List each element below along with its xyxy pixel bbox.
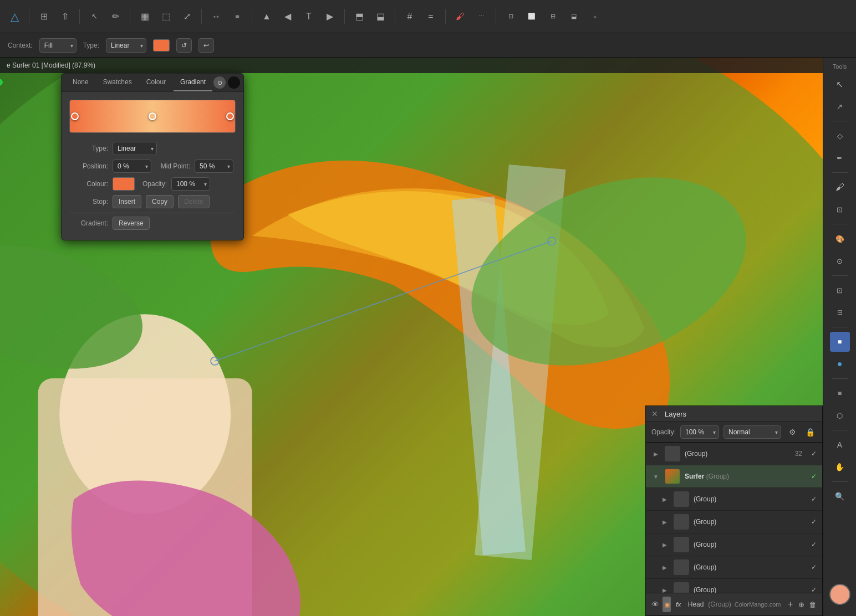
- hand-tool-btn[interactable]: ✋: [830, 457, 850, 477]
- tab-gradient[interactable]: Gradient: [174, 74, 212, 91]
- pixel2-tool-btn[interactable]: ⊡: [830, 199, 850, 219]
- layers-footer-thumb-btn[interactable]: ▣: [663, 597, 671, 612]
- layers-close-btn[interactable]: ✕: [651, 409, 658, 418]
- pen-btn[interactable]: ✏: [106, 8, 124, 25]
- layers-settings-btn[interactable]: ⚙: [786, 425, 799, 439]
- pointer-btn[interactable]: ↖: [85, 8, 103, 25]
- more-icon-btn[interactable]: »: [586, 8, 604, 25]
- mask-btn[interactable]: ⬓: [371, 8, 389, 25]
- layer-check-2[interactable]: ✓: [811, 518, 817, 526]
- delete-btn[interactable]: Delete: [178, 195, 210, 208]
- pointer2-tool-btn[interactable]: ↗: [830, 96, 850, 116]
- layer-item-1[interactable]: ▶ (Group) ✓: [646, 488, 822, 511]
- select-btn[interactable]: ⬚: [157, 8, 175, 25]
- layer-expand-5[interactable]: ▶: [660, 586, 669, 593]
- layer-item-2[interactable]: ▶ (Group) ✓: [646, 511, 822, 533]
- node-tool-btn[interactable]: ◇: [830, 126, 850, 146]
- paint-tool-btn[interactable]: 🖌: [830, 177, 850, 197]
- layer-check-4[interactable]: ✓: [811, 563, 817, 571]
- maximize-window-btn[interactable]: [0, 79, 3, 86]
- transform-btn[interactable]: ⤢: [178, 8, 196, 25]
- layer-expand-3[interactable]: ▶: [660, 540, 669, 549]
- align-btn[interactable]: ≡: [228, 8, 246, 25]
- toolbar-icon-c[interactable]: ⊟: [544, 8, 562, 25]
- opacity-select[interactable]: 100 % 75 % 50 % 25 % 0 %: [171, 177, 210, 191]
- layer-expand-icon[interactable]: ▶: [651, 449, 660, 458]
- undo-btn[interactable]: ↩: [198, 38, 214, 53]
- type-tool-btn[interactable]: A: [830, 435, 850, 455]
- context-select[interactable]: Fill Stroke: [39, 38, 77, 53]
- layer-expand-4[interactable]: ▶: [660, 563, 669, 572]
- crop2-tool-btn[interactable]: ⊟: [830, 302, 850, 322]
- gradient-type-select[interactable]: Linear Radial Conical Bitmap: [113, 142, 157, 155]
- layer-item-3[interactable]: ▶ (Group) ✓: [646, 533, 822, 556]
- zoom-tool-btn[interactable]: 🔍: [830, 486, 850, 506]
- layers-footer-del-btn[interactable]: 🗑: [809, 597, 817, 612]
- gradient-stop-left[interactable]: [71, 112, 79, 120]
- insert-btn[interactable]: Insert: [113, 195, 141, 208]
- copy-btn[interactable]: Copy: [146, 195, 174, 208]
- layer-item-4[interactable]: ▶ (Group) ✓: [646, 556, 822, 579]
- layers-blend-select[interactable]: Normal Multiply Screen Overlay: [723, 425, 781, 439]
- layer-check-5[interactable]: ✓: [811, 586, 817, 593]
- toolbar-icon-d[interactable]: ⬓: [565, 8, 583, 25]
- layers-footer-add-btn[interactable]: +: [786, 597, 794, 612]
- layer-expand-surfer[interactable]: ▼: [651, 472, 660, 481]
- brush2-btn[interactable]: 🖌: [451, 8, 469, 25]
- arrange-btn[interactable]: ↔: [207, 8, 225, 25]
- sample-tool-btn[interactable]: ⊙: [830, 251, 850, 271]
- layers-lock-btn[interactable]: 🔒: [803, 425, 817, 439]
- star-tool-btn[interactable]: ⬡: [830, 405, 850, 425]
- gradient-stop-mid[interactable]: [149, 112, 156, 120]
- gradient-stop-right[interactable]: [226, 112, 234, 120]
- layers-opacity-select[interactable]: 100 % 75 % 50 %: [680, 425, 719, 439]
- refresh-btn[interactable]: ↺: [176, 38, 192, 53]
- layer-check-3[interactable]: ✓: [811, 541, 817, 548]
- layers-footer-dup-btn[interactable]: ⊕: [798, 597, 806, 612]
- grid3-btn[interactable]: #: [401, 8, 419, 25]
- layer-check-surfer[interactable]: ✓: [811, 473, 817, 480]
- shape-icon-btn[interactable]: ▲: [258, 8, 276, 25]
- forward-btn[interactable]: ▶: [321, 8, 339, 25]
- gradient-bar[interactable]: [69, 100, 236, 133]
- pen-tool-btn[interactable]: ✒: [830, 148, 850, 168]
- tab-none[interactable]: None: [66, 74, 95, 91]
- export-btn[interactable]: ⬒: [350, 8, 368, 25]
- tab-swatches[interactable]: Swatches: [96, 74, 139, 91]
- toolbar-icon-b[interactable]: ⬜: [523, 8, 541, 25]
- layer-check-0[interactable]: ✓: [811, 450, 817, 458]
- reverse-btn[interactable]: Reverse: [113, 217, 150, 230]
- midpoint-select[interactable]: 25 % 50 % 75 %: [195, 160, 233, 173]
- grid-btn[interactable]: ⊞: [35, 8, 53, 25]
- tab-colour[interactable]: Colour: [140, 74, 172, 91]
- eyedropper-icon[interactable]: ⊙: [213, 76, 226, 89]
- circle-tool-btn[interactable]: ●: [830, 354, 850, 374]
- affinity-logo-btn[interactable]: △: [6, 8, 23, 25]
- type-select[interactable]: None Solid Linear Radial Conical Bitmap: [106, 38, 146, 53]
- toolbar-icon-a[interactable]: ⊡: [502, 8, 519, 25]
- layer-check-1[interactable]: ✓: [811, 495, 817, 503]
- more-btn2[interactable]: ⋯: [472, 8, 490, 25]
- layer-item-surfer[interactable]: ▼ Surfer (Group) ✓: [646, 465, 822, 488]
- layer-item-5[interactable]: ▶ (Group) ✓: [646, 579, 822, 593]
- position-select[interactable]: 0 % 25 % 50 % 75 % 100 %: [113, 160, 151, 173]
- pointer-tool-btn[interactable]: ↖: [830, 74, 850, 94]
- snap-btn[interactable]: =: [422, 8, 440, 25]
- grid2-btn[interactable]: ▦: [136, 8, 154, 25]
- square-tool-btn[interactable]: ■: [830, 332, 850, 352]
- layer-expand-1[interactable]: ▶: [660, 495, 669, 504]
- color-tool-btn[interactable]: 🎨: [830, 229, 850, 249]
- crop-tool-btn[interactable]: ⊡: [830, 280, 850, 300]
- share-btn[interactable]: ⇧: [56, 8, 74, 25]
- color-circle[interactable]: [829, 584, 850, 605]
- text-btn[interactable]: T: [300, 8, 318, 25]
- context-color-swatch[interactable]: [153, 39, 170, 52]
- black-swatch-icon[interactable]: [228, 76, 240, 89]
- layer-expand-2[interactable]: ▶: [660, 517, 669, 526]
- back-btn[interactable]: ◀: [279, 8, 297, 25]
- gradient-colour-swatch[interactable]: [113, 177, 135, 191]
- square2-tool-btn[interactable]: ■: [830, 383, 850, 403]
- layers-footer-effect-btn[interactable]: fx: [674, 597, 682, 612]
- layers-footer-eye-btn[interactable]: 👁: [651, 597, 659, 612]
- layer-item-collapsed[interactable]: ▶ (Group) 32 ✓: [646, 443, 822, 465]
